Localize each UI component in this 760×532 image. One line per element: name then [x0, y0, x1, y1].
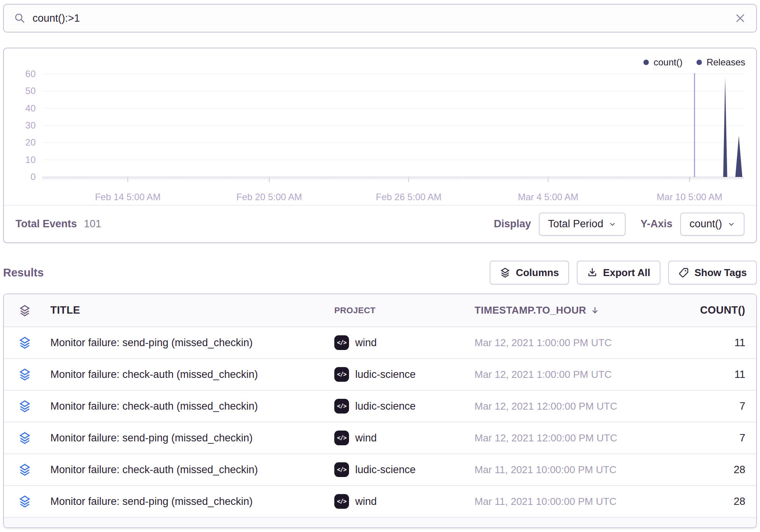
event-stack-icon[interactable] [18, 336, 31, 349]
table-row[interactable]: Monitor failure: check-auth (missed_chec… [4, 454, 756, 486]
table-row[interactable]: Monitor failure: check-auth (missed_chec… [4, 359, 756, 391]
table-row[interactable]: Monitor failure: send-ping (missed_check… [4, 422, 756, 454]
chart-legend: count() Releases [643, 57, 745, 68]
search-icon [14, 12, 26, 24]
export-all-button-label: Export All [603, 267, 650, 279]
project-platform-icon: </> [334, 462, 349, 477]
y-tick-label: 50 [4, 85, 36, 97]
x-tick-label: Mar 10 5:00 AM [657, 192, 722, 203]
column-header-timestamp[interactable]: TIMESTAMP.TO_HOUR [470, 304, 662, 316]
column-header-count[interactable]: COUNT() [662, 304, 756, 316]
project-name: ludic-science [355, 369, 416, 381]
project-platform-icon: </> [334, 367, 349, 382]
search-bar[interactable]: count():>1 [3, 4, 757, 33]
y-axis-label: Y-Axis [640, 218, 672, 230]
table-row[interactable]: Monitor failure: send-ping (missed_check… [4, 327, 756, 359]
event-title: Monitor failure: check-auth (missed_chec… [46, 369, 334, 381]
legend-label-count: count() [653, 57, 683, 68]
columns-button-label: Columns [516, 267, 559, 279]
event-title: Monitor failure: send-ping (missed_check… [46, 432, 334, 444]
event-count: 7 [662, 432, 756, 444]
clear-search-icon[interactable] [734, 12, 746, 24]
legend-item-count[interactable]: count() [643, 57, 683, 68]
event-stack-icon[interactable] [18, 431, 31, 444]
event-stack-icon[interactable] [18, 368, 31, 381]
y-tick-label: 60 [4, 68, 36, 80]
show-tags-button-label: Show Tags [695, 267, 747, 279]
table-header-row: TITLE PROJECT TIMESTAMP.TO_HOUR COUNT() [4, 294, 756, 327]
column-header-timestamp-label: TIMESTAMP.TO_HOUR [475, 304, 586, 316]
column-header-project[interactable]: PROJECT [334, 305, 470, 316]
columns-button[interactable]: Columns [490, 261, 569, 285]
results-table: TITLE PROJECT TIMESTAMP.TO_HOUR COUNT() … [3, 293, 757, 528]
total-events-label: Total Events [15, 218, 77, 230]
event-count: 11 [662, 337, 756, 349]
x-tick-label: Mar 4 5:00 AM [518, 192, 578, 203]
y-tick-label: 10 [4, 154, 36, 166]
table-row[interactable]: Monitor failure: check-auth (missed_chec… [4, 391, 756, 422]
event-timestamp: Mar 12, 2021 1:00:00 PM UTC [470, 369, 662, 381]
event-count: 28 [662, 464, 756, 476]
table-row[interactable]: Monitor failure: send-ping (missed_check… [4, 486, 756, 518]
project-platform-icon: </> [334, 399, 349, 414]
columns-stack-icon [500, 267, 511, 278]
y-tick-label: 20 [4, 137, 36, 148]
project-platform-icon: </> [334, 494, 349, 509]
legend-item-releases[interactable]: Releases [696, 57, 745, 68]
event-stack-icon[interactable] [18, 463, 31, 476]
x-tick-label: Feb 26 5:00 AM [376, 192, 441, 203]
header-stack-icon [4, 304, 46, 317]
display-label: Display [494, 218, 531, 230]
legend-dot-releases-icon [696, 60, 702, 65]
sort-descending-icon [590, 306, 600, 315]
display-dropdown[interactable]: Total Period [539, 213, 626, 236]
total-events-value: 101 [84, 218, 101, 230]
display-dropdown-value: Total Period [548, 218, 604, 230]
column-header-title[interactable]: TITLE [46, 304, 334, 316]
download-icon [587, 267, 598, 278]
event-timestamp: Mar 12, 2021 12:00:00 PM UTC [470, 432, 662, 444]
results-heading: Results [3, 266, 44, 279]
events-chart-panel: count() Releases 60 50 40 30 20 10 0 Feb… [3, 48, 757, 243]
event-stack-icon[interactable] [18, 495, 31, 508]
x-tick-label: Feb 20 5:00 AM [236, 192, 302, 203]
events-area-chart [43, 69, 744, 185]
y-axis-dropdown-value: count() [690, 218, 722, 230]
event-title: Monitor failure: send-ping (missed_check… [46, 337, 334, 349]
project-platform-icon: </> [334, 335, 349, 350]
chart-plot-area[interactable]: Feb 14 5:00 AM Feb 20 5:00 AM Feb 26 5:0… [43, 69, 744, 185]
event-count: 11 [662, 369, 756, 381]
event-title: Monitor failure: check-auth (missed_chec… [46, 400, 334, 412]
total-events: Total Events 101 [15, 218, 101, 230]
chart-footer: Total Events 101 Display Total Period Y-… [4, 205, 756, 242]
export-all-button[interactable]: Export All [577, 261, 660, 285]
results-header-row: Results Columns Export All Show Tags [3, 260, 757, 285]
chevron-down-icon [727, 220, 735, 228]
y-axis-dropdown[interactable]: count() [680, 213, 745, 236]
event-count: 28 [662, 496, 756, 508]
chevron-down-icon [609, 220, 616, 228]
event-timestamp: Mar 12, 2021 1:00:00 PM UTC [470, 337, 662, 349]
project-name: wind [355, 432, 377, 444]
y-tick-label: 0 [4, 171, 36, 183]
search-input[interactable]: count():>1 [33, 12, 727, 24]
y-tick-label: 40 [4, 103, 36, 114]
show-tags-button[interactable]: Show Tags [668, 261, 757, 285]
event-timestamp: Mar 12, 2021 12:00:00 PM UTC [470, 400, 662, 412]
project-name: wind [355, 496, 377, 508]
event-timestamp: Mar 11, 2021 10:00:00 PM UTC [470, 496, 662, 508]
project-name: ludic-science [355, 400, 416, 412]
event-count: 7 [662, 400, 756, 412]
chart-x-axis: Feb 14 5:00 AM Feb 20 5:00 AM Feb 26 5:0… [43, 192, 744, 204]
table-footer [4, 518, 756, 528]
event-timestamp: Mar 11, 2021 10:00:00 PM UTC [470, 464, 662, 476]
project-platform-icon: </> [334, 431, 349, 445]
event-title: Monitor failure: check-auth (missed_chec… [46, 464, 334, 476]
project-name: ludic-science [355, 464, 416, 476]
event-title: Monitor failure: send-ping (missed_check… [46, 496, 334, 508]
chart-y-axis: 60 50 40 30 20 10 0 [4, 69, 36, 185]
project-name: wind [355, 337, 377, 349]
tag-icon [678, 267, 689, 278]
event-stack-icon[interactable] [18, 400, 31, 413]
y-tick-label: 30 [4, 120, 36, 131]
